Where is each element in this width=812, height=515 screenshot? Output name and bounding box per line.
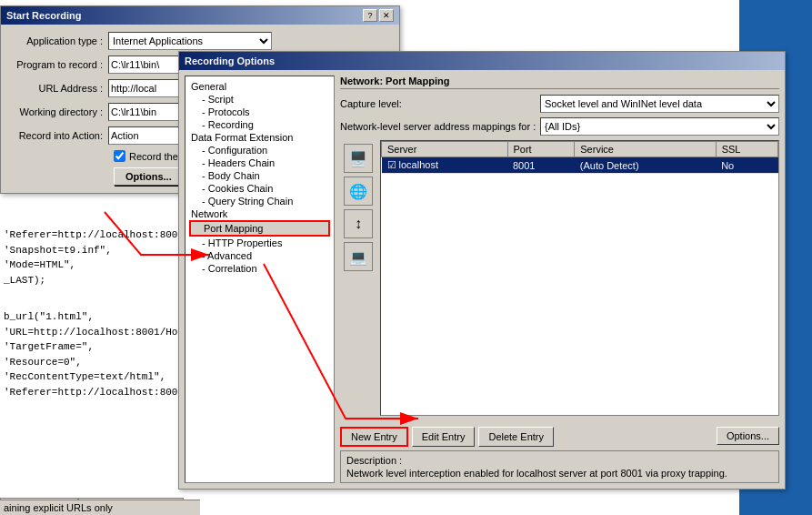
cell-port: 8001 [507, 157, 575, 174]
server-address-select[interactable]: {All IDs} [540, 117, 779, 136]
capture-level-select[interactable]: Socket level and WinINet level data [540, 95, 779, 113]
arrow-icon: ↕️ [344, 209, 373, 238]
network-icon: 🌐 [344, 177, 373, 206]
server-address-label: Network-level server address mappings fo… [340, 121, 540, 132]
rec-options-title: Recording Options [185, 56, 275, 66]
bottom-buttons: New Entry Edit Entry Delete Entry Option… [340, 423, 779, 447]
capture-level-row: Capture level: Socket level and WinINet … [340, 95, 779, 113]
recording-options-dialog: Recording Options General - Script - Pro… [178, 51, 786, 490]
port-mapping-table-container: Server Port Service SSL ☑ localhost [380, 140, 779, 416]
computer-icon: 💻 [344, 242, 373, 271]
panel-section-title: Network: Port Mapping [340, 76, 779, 89]
options-button[interactable]: Options... [114, 167, 184, 186]
rec-options-titlebar: Recording Options [179, 52, 785, 70]
options-right-button[interactable]: Options... [717, 427, 779, 445]
bg-code-6: 'URL=http://localhost:8001/Ho [4, 325, 184, 340]
icons-column: 🖥️ 🌐 ↕️ 💻 [340, 140, 376, 419]
rec-options-body: General - Script - Protocols - Recording… [179, 70, 785, 489]
start-recording-title: Start Recording [6, 10, 82, 21]
bg-code-4: _LAST); [4, 273, 190, 288]
bg-code-3: 'Mode=HTML", [4, 258, 190, 273]
startup-checkbox[interactable] [114, 150, 125, 162]
bottom-status: aining explicit URLs only [0, 500, 200, 515]
server-icon: 🖥️ [344, 144, 373, 173]
url-label: URL Address : [8, 83, 108, 94]
cell-service: (Auto Detect) [575, 157, 716, 174]
table-section: 🖥️ 🌐 ↕️ 💻 Server Port Service SSL [340, 140, 779, 419]
right-panel: Network: Port Mapping Capture level: Soc… [340, 76, 779, 483]
bg-code-5: b_url("1.html", [4, 309, 184, 325]
port-mapping-table: Server Port Service SSL ☑ localhost [381, 141, 778, 174]
col-service: Service [575, 142, 716, 157]
bg-code-1: 'Referer=http://localhost:8001/ [4, 227, 190, 243]
working-dir-label: Working directory : [8, 106, 108, 117]
description-text: Network level interception enabled for l… [346, 468, 773, 479]
close-button[interactable]: ✕ [379, 9, 394, 22]
edit-entry-button[interactable]: Edit Entry [412, 427, 476, 447]
description-box: Description : Network level interception… [340, 450, 779, 483]
record-action-label: Record into Action: [8, 130, 108, 141]
bg-code-2: 'Snapshot=t9.inf", [4, 243, 190, 258]
help-button[interactable]: ? [363, 9, 377, 22]
tree-recording[interactable]: - Recording [189, 118, 330, 131]
tree-protocols[interactable]: - Protocols [189, 106, 330, 118]
program-label: Program to record : [8, 59, 108, 70]
cell-ssl: No [716, 157, 777, 174]
tree-configuration[interactable]: - Configuration [189, 144, 330, 157]
bg-code-9: 'RecContentType=text/html", [4, 369, 184, 385]
bg-code-7: 'TargetFrame=", [4, 339, 184, 355]
app-type-select-wrapper: Internet Applications [108, 32, 272, 50]
tree-correlation[interactable]: - Correlation [189, 262, 330, 275]
tree-dfe[interactable]: Data Format Extension [189, 131, 330, 144]
col-port: Port [507, 142, 575, 157]
description-title: Description : [346, 455, 773, 466]
titlebar-buttons: ? ✕ [363, 9, 394, 22]
tree-body-chain[interactable]: - Body Chain [189, 169, 330, 182]
bg-code-8: 'Resource=0", [4, 355, 184, 370]
tree-script[interactable]: - Script [189, 93, 330, 106]
col-ssl: SSL [716, 142, 777, 157]
tree-port-mapping[interactable]: Port Mapping [189, 220, 330, 237]
start-recording-titlebar: Start Recording ? ✕ [1, 6, 399, 25]
app-type-label: Application type : [8, 35, 108, 46]
app-type-row: Application type : Internet Applications [8, 32, 392, 50]
status-text: aining explicit URLs only [4, 502, 113, 513]
col-server: Server [382, 142, 508, 157]
tree-cookies-chain[interactable]: - Cookies Chain [189, 182, 330, 195]
new-entry-button[interactable]: New Entry [340, 427, 408, 447]
cell-checked: ☑ localhost [382, 157, 508, 174]
tree-headers-chain[interactable]: - Headers Chain [189, 157, 330, 169]
server-address-row: Network-level server address mappings fo… [340, 117, 779, 136]
tree-query-string[interactable]: - Query String Chain [189, 195, 330, 207]
tree-advanced[interactable]: - Advanced [189, 249, 330, 262]
table-row[interactable]: ☑ localhost 8001 (Auto Detect) No [382, 157, 778, 174]
tree-panel: General - Script - Protocols - Recording… [185, 76, 335, 483]
capture-level-label: Capture level: [340, 98, 540, 109]
tree-http-properties[interactable]: - HTTP Properties [189, 237, 330, 249]
tree-general[interactable]: General [189, 80, 330, 93]
delete-entry-button[interactable]: Delete Entry [478, 427, 554, 447]
bg-code-10: 'Referer=http://localhost:8001 [4, 385, 184, 400]
tree-network[interactable]: Network [189, 207, 330, 220]
app-type-select[interactable]: Internet Applications [108, 32, 272, 50]
